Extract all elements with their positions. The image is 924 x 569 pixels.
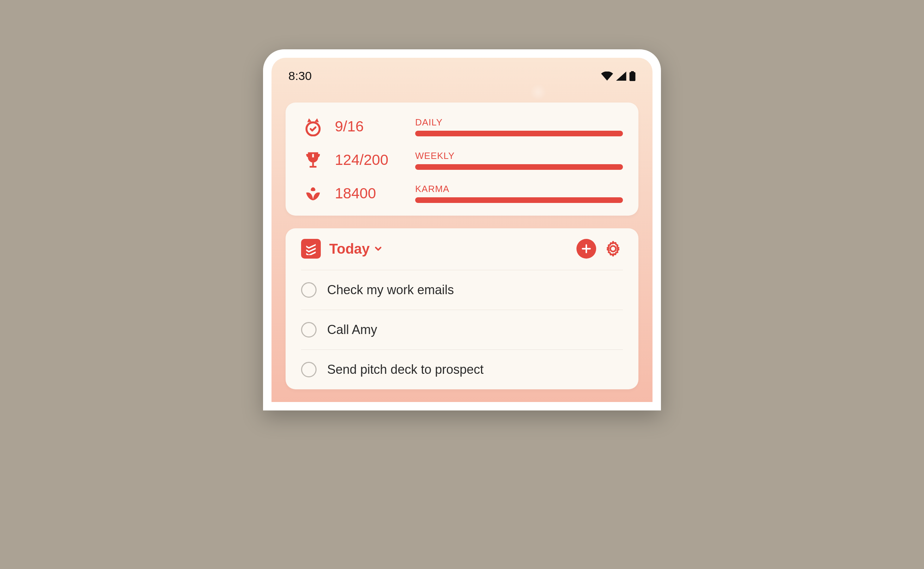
add-task-button[interactable] xyxy=(577,239,596,259)
stat-daily-bar xyxy=(415,131,623,136)
stat-weekly-label: WEEKLY xyxy=(415,151,623,161)
stat-weekly: 124/200 WEEKLY xyxy=(301,150,623,170)
medal-icon xyxy=(301,117,325,136)
task-row[interactable]: Check my work emails xyxy=(301,270,623,310)
plant-icon xyxy=(301,184,325,202)
status-time: 8:30 xyxy=(288,69,312,83)
task-row[interactable]: Send pitch deck to prospect xyxy=(301,350,623,389)
task-title: Check my work emails xyxy=(327,283,454,297)
screen: 8:30 xyxy=(272,58,652,402)
phone-frame: 8:30 xyxy=(263,49,661,411)
task-list-header: Today xyxy=(301,239,623,259)
chevron-down-icon xyxy=(373,244,383,254)
trophy-icon xyxy=(301,150,325,170)
task-title: Send pitch deck to prospect xyxy=(327,362,484,377)
task-checkbox[interactable] xyxy=(301,362,317,377)
stat-weekly-bar xyxy=(415,164,623,170)
wifi-icon xyxy=(601,72,613,81)
cellular-icon xyxy=(616,72,627,81)
gear-icon xyxy=(605,240,622,257)
task-title: Call Amy xyxy=(327,323,377,337)
stat-daily: 9/16 DAILY xyxy=(301,117,623,136)
task-list-card: Today xyxy=(285,228,639,389)
view-selector[interactable]: Today xyxy=(329,241,568,257)
task-checkbox[interactable] xyxy=(301,282,317,298)
task-row[interactable]: Call Amy xyxy=(301,310,623,350)
view-label: Today xyxy=(329,241,370,257)
stat-karma: 18400 KARMA xyxy=(301,184,623,203)
svg-rect-3 xyxy=(313,154,314,157)
stat-daily-label: DAILY xyxy=(415,117,623,128)
stat-daily-value: 9/16 xyxy=(335,118,405,135)
plus-icon xyxy=(581,243,592,254)
svg-rect-0 xyxy=(630,72,636,81)
productivity-stats-card[interactable]: 9/16 DAILY 124/200 WEEKLY xyxy=(285,102,639,216)
settings-button[interactable] xyxy=(603,239,623,259)
stat-weekly-value: 124/200 xyxy=(335,152,405,169)
task-checkbox[interactable] xyxy=(301,322,317,338)
stat-karma-label: KARMA xyxy=(415,184,623,195)
status-bar: 8:30 xyxy=(272,58,652,102)
stat-karma-bar xyxy=(415,197,623,203)
battery-icon xyxy=(629,71,636,81)
todoist-logo-icon xyxy=(301,239,321,259)
stat-karma-value: 18400 xyxy=(335,185,405,202)
svg-rect-1 xyxy=(631,71,634,73)
status-icons xyxy=(601,71,636,81)
